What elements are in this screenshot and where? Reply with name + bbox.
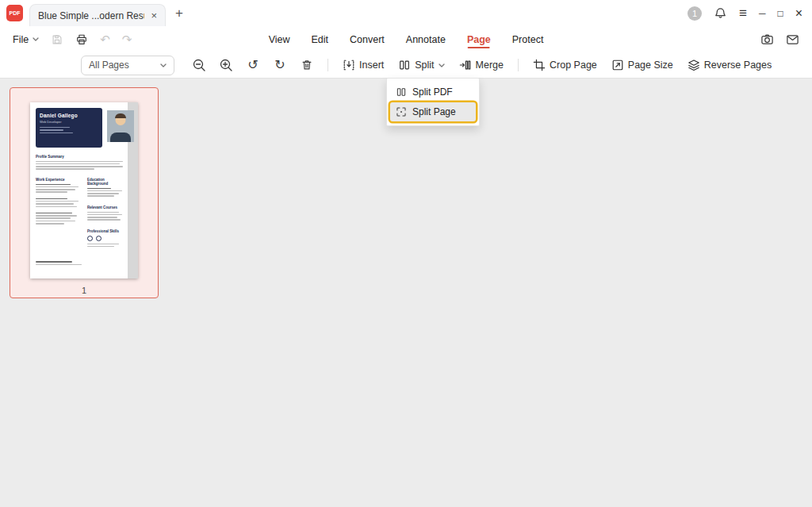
menu-item-split-pdf[interactable]: Split PDF	[390, 83, 476, 102]
menu-page[interactable]: Page	[467, 26, 491, 52]
resume-section-courses: Relevant Courses	[87, 205, 125, 222]
title-bar: PDF Blue Simple ...odern Resume × + 1 ≡ …	[0, 0, 812, 26]
chevron-down-icon	[439, 63, 445, 67]
resume-header-block: Daniel Gallego Web Developer	[36, 108, 102, 148]
resume-job-title: Web Developer	[40, 120, 98, 124]
menu-bar: File ↶ ↷ View Edit Convert Annotate Page…	[0, 26, 812, 52]
menu-annotate[interactable]: Annotate	[406, 26, 446, 52]
hamburger-menu-icon[interactable]: ≡	[739, 6, 747, 20]
chevron-down-icon	[160, 63, 167, 67]
section-heading: Relevant Courses	[87, 205, 125, 209]
toolbar-divider	[518, 59, 519, 71]
page-toolbar: All Pages ↺ ↻ Insert Split Merge Crop Pa…	[0, 52, 812, 79]
tab-title: Blue Simple ...odern Resume	[38, 10, 144, 21]
rotate-left-button[interactable]: ↺	[244, 56, 262, 75]
print-icon[interactable]	[75, 33, 88, 46]
split-icon	[398, 59, 411, 71]
menu-item-label: Split Page	[412, 106, 456, 117]
page-size-button[interactable]: Page Size	[611, 59, 673, 71]
zoom-in-button[interactable]	[217, 56, 235, 75]
reverse-pages-icon	[688, 59, 700, 71]
delete-page-button[interactable]	[298, 56, 316, 75]
section-heading: Work Experience	[36, 178, 82, 182]
undo-icon[interactable]: ↶	[100, 33, 110, 45]
resume-section-profile: Profile Summary	[36, 155, 124, 171]
section-heading: Profile Summary	[36, 155, 124, 159]
resume-contact-lines	[40, 127, 98, 134]
insert-icon	[343, 59, 355, 71]
page-thumbnail-selected[interactable]: Daniel Gallego Web Developer Profile Sum…	[10, 87, 159, 298]
minimize-button[interactable]: ─	[759, 9, 766, 18]
split-button[interactable]: Split	[398, 59, 444, 71]
menu-item-label: Split PDF	[412, 86, 453, 98]
page-range-value: All Pages	[89, 60, 129, 71]
menu-protect[interactable]: Protect	[512, 26, 544, 52]
screenshot-camera-icon[interactable]	[760, 33, 774, 46]
resume-section-skills: Professional Skills	[87, 229, 125, 248]
insert-button[interactable]: Insert	[343, 59, 384, 71]
tab-close-icon[interactable]: ×	[151, 10, 157, 21]
menu-view[interactable]: View	[269, 26, 290, 52]
merge-label: Merge	[476, 60, 504, 71]
skill-ring-icon	[87, 236, 93, 241]
new-tab-button[interactable]: +	[175, 6, 183, 20]
page-size-icon	[611, 59, 624, 71]
notification-count-badge[interactable]: 1	[688, 6, 702, 21]
file-menu-label: File	[13, 34, 29, 45]
main-menu: View Edit Convert Annotate Page Protect	[269, 26, 544, 52]
resume-section-education: Education Background	[87, 178, 125, 198]
toolbar-divider	[327, 59, 328, 71]
file-menu-button[interactable]: File	[13, 34, 39, 45]
resume-footer	[36, 261, 91, 267]
crop-page-label: Crop Page	[550, 60, 597, 71]
zoom-out-button[interactable]	[190, 56, 208, 75]
menu-edit[interactable]: Edit	[312, 26, 329, 52]
merge-icon	[459, 59, 472, 71]
menu-convert[interactable]: Convert	[350, 26, 385, 52]
resume-photo	[107, 110, 134, 142]
app-logo-icon: PDF	[6, 5, 23, 21]
crop-page-button[interactable]: Crop Page	[533, 59, 597, 71]
page-number-label: 1	[10, 286, 158, 295]
section-heading: Professional Skills	[87, 229, 125, 233]
bell-icon[interactable]	[714, 6, 727, 20]
chevron-down-icon	[33, 37, 39, 41]
mail-icon[interactable]	[786, 33, 799, 46]
thumbnail-grid: Daniel Gallego Web Developer Profile Sum…	[0, 79, 812, 507]
document-tab[interactable]: Blue Simple ...odern Resume ×	[29, 4, 166, 26]
crop-icon	[533, 59, 546, 71]
reverse-pages-label: Reverse Pages	[704, 60, 772, 71]
page-size-label: Page Size	[628, 60, 673, 71]
split-pdf-icon	[396, 86, 407, 98]
merge-button[interactable]: Merge	[459, 59, 504, 71]
section-heading: Education Background	[87, 178, 125, 186]
rotate-right-button[interactable]: ↻	[271, 56, 289, 75]
resume-page-preview: Daniel Gallego Web Developer Profile Sum…	[30, 102, 138, 278]
page-range-select[interactable]: All Pages	[81, 56, 174, 75]
close-window-button[interactable]: ×	[795, 7, 802, 20]
redo-icon[interactable]: ↷	[122, 33, 132, 45]
maximize-button[interactable]: □	[777, 9, 783, 18]
resume-section-work: Work Experience	[36, 178, 82, 225]
insert-label: Insert	[359, 60, 384, 71]
split-dropdown-menu: Split PDF Split Page	[386, 78, 480, 126]
skill-ring-icon	[96, 236, 102, 241]
resume-name: Daniel Gallego	[40, 113, 98, 118]
save-icon[interactable]	[51, 33, 63, 46]
split-label: Split	[415, 60, 434, 71]
reverse-pages-button[interactable]: Reverse Pages	[688, 59, 772, 71]
menu-item-split-page[interactable]: Split Page	[390, 102, 476, 121]
split-page-icon	[396, 106, 407, 117]
